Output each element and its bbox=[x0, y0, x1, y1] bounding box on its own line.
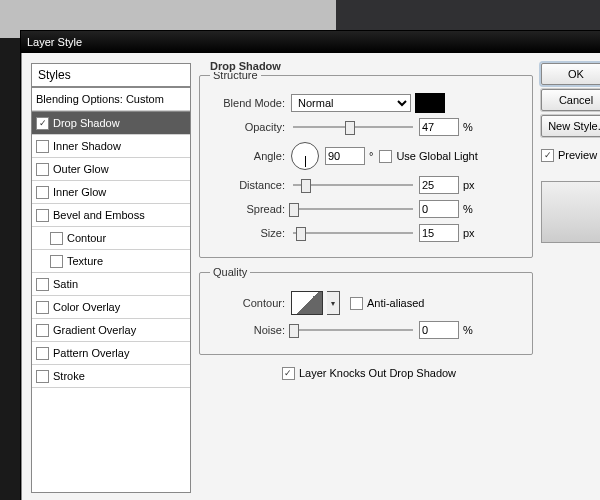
opacity-unit: % bbox=[463, 121, 473, 133]
blend-mode-label: Blend Mode: bbox=[210, 97, 291, 109]
distance-unit: px bbox=[463, 179, 475, 191]
preview-checkbox[interactable] bbox=[541, 149, 554, 162]
dialog-buttons: OK Cancel New Style.. Preview bbox=[541, 63, 600, 493]
style-row-color-overlay[interactable]: Color Overlay bbox=[32, 296, 190, 319]
style-label: Texture bbox=[67, 255, 103, 267]
styles-list: Styles Blending Options: Custom Drop Sha… bbox=[31, 63, 191, 493]
style-row-contour[interactable]: Contour bbox=[32, 227, 190, 250]
style-label: Satin bbox=[53, 278, 78, 290]
style-label: Inner Glow bbox=[53, 186, 106, 198]
style-label: Outer Glow bbox=[53, 163, 109, 175]
window-title: Layer Style bbox=[27, 36, 82, 48]
style-label: Gradient Overlay bbox=[53, 324, 136, 336]
style-row-inner-glow[interactable]: Inner Glow bbox=[32, 181, 190, 204]
use-global-light[interactable]: Use Global Light bbox=[379, 150, 477, 163]
style-row-inner-shadow[interactable]: Inner Shadow bbox=[32, 135, 190, 158]
style-checkbox[interactable] bbox=[36, 209, 49, 222]
style-label: Inner Shadow bbox=[53, 140, 121, 152]
anti-aliased[interactable]: Anti-aliased bbox=[350, 297, 424, 310]
style-row-outer-glow[interactable]: Outer Glow bbox=[32, 158, 190, 181]
preview-label: Preview bbox=[558, 149, 597, 161]
style-label: Stroke bbox=[53, 370, 85, 382]
style-checkbox[interactable] bbox=[50, 232, 63, 245]
style-row-drop-shadow[interactable]: Drop Shadow bbox=[32, 111, 190, 135]
spread-input[interactable] bbox=[419, 200, 459, 218]
style-checkbox[interactable] bbox=[36, 301, 49, 314]
noise-label: Noise: bbox=[210, 324, 291, 336]
style-checkbox[interactable] bbox=[36, 324, 49, 337]
style-checkbox[interactable] bbox=[36, 140, 49, 153]
angle-dial[interactable] bbox=[291, 142, 319, 170]
layer-style-dialog: Layer Style Styles Blending Options: Cus… bbox=[20, 30, 600, 500]
global-light-label: Use Global Light bbox=[396, 150, 477, 162]
style-label: Drop Shadow bbox=[53, 117, 120, 129]
settings-panel: Drop Shadow Structure Blend Mode: Normal… bbox=[199, 63, 533, 493]
panel-title: Drop Shadow bbox=[207, 60, 284, 72]
contour-label: Contour: bbox=[210, 297, 291, 309]
noise-input[interactable] bbox=[419, 321, 459, 339]
spread-unit: % bbox=[463, 203, 473, 215]
style-checkbox[interactable] bbox=[36, 117, 49, 130]
style-label: Color Overlay bbox=[53, 301, 120, 313]
contour-dropdown[interactable] bbox=[327, 291, 340, 315]
distance-input[interactable] bbox=[419, 176, 459, 194]
style-row-gradient-overlay[interactable]: Gradient Overlay bbox=[32, 319, 190, 342]
contour-picker[interactable] bbox=[291, 291, 323, 315]
distance-label: Distance: bbox=[210, 179, 291, 191]
size-label: Size: bbox=[210, 227, 291, 239]
style-row-pattern-overlay[interactable]: Pattern Overlay bbox=[32, 342, 190, 365]
size-unit: px bbox=[463, 227, 475, 239]
angle-label: Angle: bbox=[210, 150, 291, 162]
cancel-button[interactable]: Cancel bbox=[541, 89, 600, 111]
shadow-color-swatch[interactable] bbox=[415, 93, 445, 113]
knockout-label: Layer Knocks Out Drop Shadow bbox=[299, 367, 456, 379]
noise-unit: % bbox=[463, 324, 473, 336]
style-label: Bevel and Emboss bbox=[53, 209, 145, 221]
style-row-bevel-and-emboss[interactable]: Bevel and Emboss bbox=[32, 204, 190, 227]
blend-mode-select[interactable]: Normal bbox=[291, 94, 411, 112]
style-row-texture[interactable]: Texture bbox=[32, 250, 190, 273]
style-checkbox[interactable] bbox=[36, 370, 49, 383]
style-row-stroke[interactable]: Stroke bbox=[32, 365, 190, 388]
styles-header[interactable]: Styles bbox=[32, 64, 190, 87]
aa-label: Anti-aliased bbox=[367, 297, 424, 309]
distance-slider[interactable] bbox=[293, 178, 413, 192]
spread-label: Spread: bbox=[210, 203, 291, 215]
new-style-button[interactable]: New Style.. bbox=[541, 115, 600, 137]
style-label: Pattern Overlay bbox=[53, 347, 129, 359]
style-checkbox[interactable] bbox=[36, 278, 49, 291]
layer-knocks-out[interactable]: Layer Knocks Out Drop Shadow bbox=[282, 367, 456, 380]
opacity-label: Opacity: bbox=[210, 121, 291, 133]
structure-group: Structure Blend Mode: Normal Opacity: % … bbox=[199, 69, 533, 258]
size-slider[interactable] bbox=[293, 226, 413, 240]
quality-group: Quality Contour: Anti-aliased Noise: % bbox=[199, 266, 533, 355]
opacity-input[interactable] bbox=[419, 118, 459, 136]
ok-button[interactable]: OK bbox=[541, 63, 600, 85]
titlebar: Layer Style bbox=[21, 31, 600, 53]
preview-thumbnail bbox=[541, 181, 600, 243]
aa-checkbox[interactable] bbox=[350, 297, 363, 310]
global-light-checkbox[interactable] bbox=[379, 150, 392, 163]
size-input[interactable] bbox=[419, 224, 459, 242]
style-label: Contour bbox=[67, 232, 106, 244]
style-checkbox[interactable] bbox=[36, 163, 49, 176]
noise-slider[interactable] bbox=[293, 323, 413, 337]
blending-options-row[interactable]: Blending Options: Custom bbox=[32, 87, 190, 111]
opacity-slider[interactable] bbox=[293, 120, 413, 134]
style-checkbox[interactable] bbox=[36, 347, 49, 360]
angle-input[interactable] bbox=[325, 147, 365, 165]
style-row-satin[interactable]: Satin bbox=[32, 273, 190, 296]
quality-legend: Quality bbox=[210, 266, 250, 278]
style-checkbox[interactable] bbox=[50, 255, 63, 268]
style-checkbox[interactable] bbox=[36, 186, 49, 199]
blending-options-label: Blending Options: Custom bbox=[36, 93, 164, 105]
angle-unit: ° bbox=[369, 150, 373, 162]
spread-slider[interactable] bbox=[293, 202, 413, 216]
knockout-checkbox[interactable] bbox=[282, 367, 295, 380]
